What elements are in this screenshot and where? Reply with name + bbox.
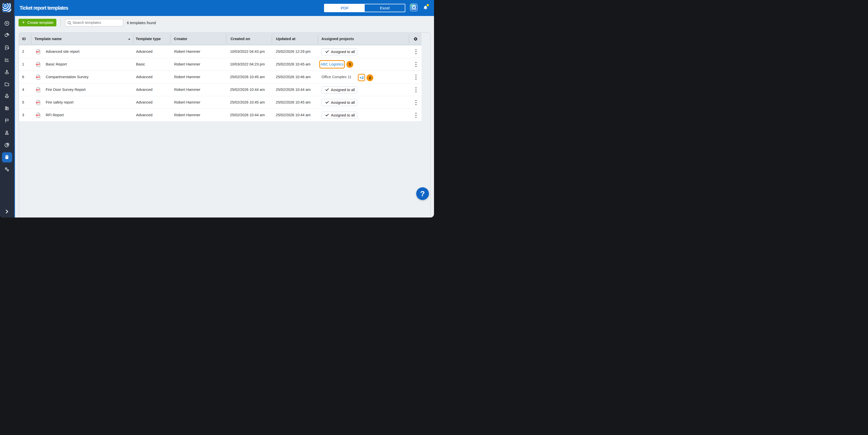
svg-text:PDF: PDF — [36, 51, 38, 52]
svg-text:PDF: PDF — [36, 64, 38, 65]
svg-text:PDF: PDF — [36, 89, 38, 90]
svg-text:PDF: PDF — [36, 76, 38, 78]
svg-text:PDF: PDF — [36, 114, 38, 116]
svg-text:PDF: PDF — [36, 102, 38, 103]
